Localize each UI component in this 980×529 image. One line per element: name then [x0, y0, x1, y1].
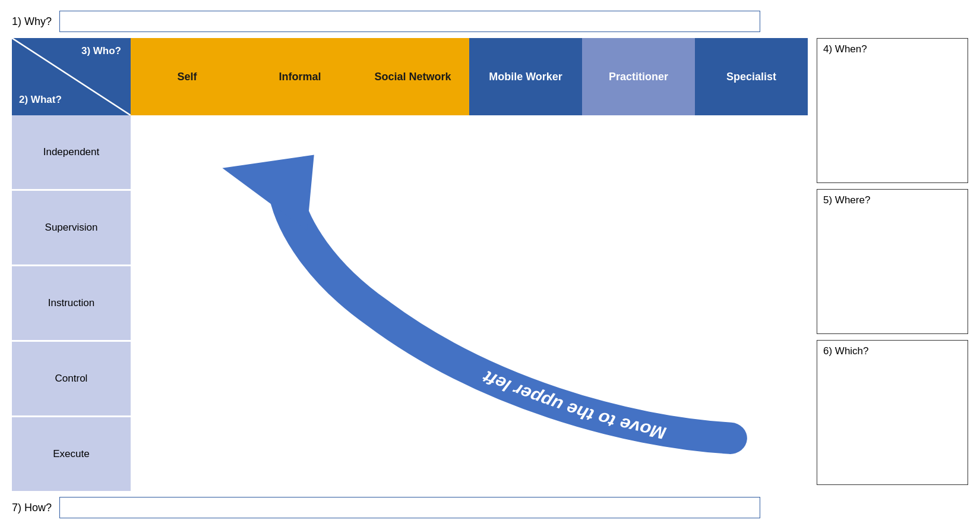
corner-who-label: 3) Who?: [81, 45, 121, 57]
col-header-self: Self: [131, 38, 244, 115]
row-label-independent: Independent: [12, 115, 131, 189]
body-rows: Independent Supervision Instruction Cont…: [12, 115, 808, 491]
col-header-practitioner: Practitioner: [582, 38, 695, 115]
how-input[interactable]: [59, 497, 760, 518]
right-panel: 4) When? 5) Where? 6) Which?: [808, 38, 968, 491]
col-header-mobile: Mobile Worker: [469, 38, 582, 115]
row-label-instruction: Instruction: [12, 264, 131, 340]
col-header-informal: Informal: [244, 38, 356, 115]
where-box: 5) Where?: [817, 189, 968, 334]
grid-content: Move to the upper left: [131, 115, 808, 491]
why-input[interactable]: [59, 11, 760, 32]
row-label-execute: Execute: [12, 415, 131, 491]
row-label-supervision: Supervision: [12, 189, 131, 264]
corner-what-label: 2) What?: [19, 94, 62, 106]
why-row: 1) Why?: [12, 11, 968, 32]
how-row: 7) How?: [12, 497, 968, 518]
when-box: 4) When?: [817, 38, 968, 183]
row-label-control: Control: [12, 340, 131, 415]
corner-cell: 3) Who? 2) What?: [12, 38, 131, 115]
which-box: 6) Which?: [817, 340, 968, 485]
svg-text:Move to the upper left: Move to the upper left: [479, 367, 668, 443]
col-header-social: Social Network: [356, 38, 469, 115]
how-label: 7) How?: [12, 502, 53, 514]
table-section: 3) Who? 2) What? Self Informal Social Ne…: [12, 38, 808, 491]
col-header-specialist: Specialist: [695, 38, 808, 115]
why-label: 1) Why?: [12, 15, 53, 28]
main-area: 3) Who? 2) What? Self Informal Social Ne…: [12, 38, 968, 491]
header-row: 3) Who? 2) What? Self Informal Social Ne…: [12, 38, 808, 115]
svg-marker-1: [222, 155, 314, 231]
row-labels: Independent Supervision Instruction Cont…: [12, 115, 131, 491]
arrow-svg: Move to the upper left: [131, 115, 808, 491]
